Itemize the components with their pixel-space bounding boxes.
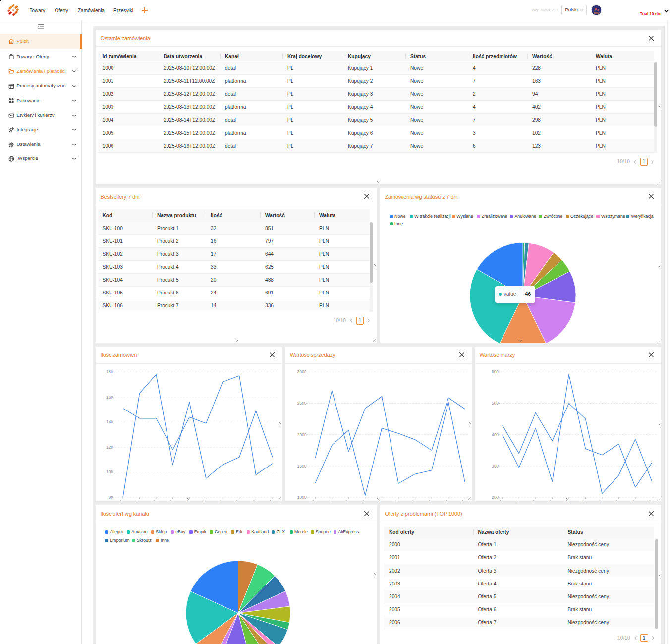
svg-text:1000: 1000 [297, 495, 306, 500]
svg-text:600: 600 [492, 369, 499, 374]
svg-text:08-11: 08-11 [324, 499, 332, 501]
svg-text:08-16: 08-16 [594, 499, 603, 501]
svg-text:08-13: 08-13 [544, 499, 553, 501]
svg-text:1500: 1500 [297, 463, 306, 468]
svg-text:500: 500 [492, 401, 499, 406]
svg-text:100: 100 [106, 469, 113, 474]
svg-text:3000: 3000 [297, 369, 306, 374]
svg-text:200: 200 [492, 495, 499, 500]
svg-text:120: 120 [106, 444, 113, 449]
svg-text:08-17: 08-17 [423, 499, 432, 501]
svg-text:08-15: 08-15 [577, 499, 586, 501]
svg-text:08-18: 08-18 [627, 499, 636, 501]
svg-text:160: 160 [106, 394, 113, 399]
svg-text:08-19: 08-19 [265, 499, 273, 501]
svg-text:08-12: 08-12 [527, 499, 536, 501]
svg-text:08-14: 08-14 [181, 499, 190, 501]
svg-text:08-18: 08-18 [440, 499, 448, 501]
svg-text:180: 180 [106, 369, 113, 374]
svg-text:08-12: 08-12 [148, 499, 157, 501]
svg-text:140: 140 [106, 419, 113, 424]
svg-text:08-14: 08-14 [374, 499, 382, 501]
svg-text:08-10: 08-10 [115, 499, 123, 501]
svg-text:08-17: 08-17 [231, 499, 239, 501]
svg-text:08-11: 08-11 [131, 499, 139, 501]
svg-text:2000: 2000 [297, 432, 306, 437]
svg-text:08-15: 08-15 [390, 499, 398, 501]
svg-text:08-16: 08-16 [215, 499, 223, 501]
svg-text:08-19: 08-19 [456, 499, 465, 501]
svg-text:08-15: 08-15 [198, 499, 206, 501]
svg-text:300: 300 [492, 463, 499, 468]
svg-text:08-11: 08-11 [511, 499, 519, 501]
svg-text:400: 400 [492, 432, 499, 437]
svg-text:08-13: 08-13 [357, 499, 365, 501]
svg-text:08-14: 08-14 [560, 499, 569, 501]
svg-text:08-16: 08-16 [407, 499, 415, 501]
svg-text:08-18: 08-18 [248, 499, 256, 501]
svg-text:08-10: 08-10 [307, 499, 315, 501]
svg-text:80: 80 [109, 495, 113, 500]
svg-text:08-19: 08-19 [644, 499, 652, 501]
svg-text:08-13: 08-13 [165, 499, 173, 501]
svg-text:08-12: 08-12 [340, 499, 348, 501]
svg-text:2500: 2500 [297, 401, 306, 406]
svg-text:08-17: 08-17 [611, 499, 619, 501]
